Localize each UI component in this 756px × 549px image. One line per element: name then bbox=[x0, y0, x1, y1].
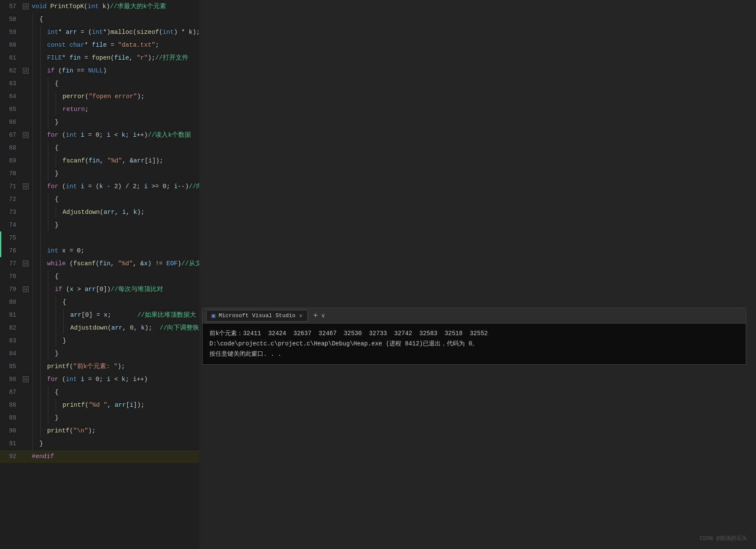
indent-guide bbox=[30, 437, 38, 450]
token-var: arr bbox=[104, 209, 115, 216]
terminal-tab-close[interactable]: ✕ bbox=[299, 312, 302, 319]
token-op: ); bbox=[145, 324, 152, 331]
code-line: 80{ bbox=[0, 296, 199, 309]
indent-guide bbox=[53, 206, 61, 219]
token-op: * bbox=[58, 29, 66, 36]
fold-icon[interactable]: − bbox=[23, 132, 29, 138]
indent-guide bbox=[30, 360, 38, 373]
indent-guide bbox=[53, 399, 61, 411]
indent-guide bbox=[45, 141, 53, 154]
token-op: } bbox=[63, 337, 66, 344]
code-content: { bbox=[61, 296, 199, 309]
line-number: 74 bbox=[0, 219, 21, 231]
gutter bbox=[21, 321, 30, 334]
indent-guide bbox=[45, 334, 53, 347]
chevron-down-icon[interactable]: ∨ bbox=[321, 312, 325, 319]
line-number: 57 bbox=[0, 0, 21, 13]
line-number: 72 bbox=[0, 193, 21, 206]
token-op: } bbox=[55, 222, 59, 228]
terminal-output-line-1: 前k个元素：32411 32424 32637 32467 32530 3273… bbox=[209, 329, 739, 339]
indent-guide bbox=[38, 360, 45, 373]
code-content: while (fscanf(fin, "%d", &x) != EOF)//从文… bbox=[45, 257, 199, 270]
gutter bbox=[21, 154, 30, 167]
indent-guide bbox=[45, 206, 53, 219]
indent-guide bbox=[45, 270, 53, 283]
indent-guide bbox=[45, 90, 53, 103]
indent-guide bbox=[30, 103, 38, 116]
indent-guide bbox=[38, 103, 45, 116]
indent-guide bbox=[53, 154, 61, 167]
gutter bbox=[21, 386, 30, 399]
token-macro: EOF bbox=[167, 260, 178, 267]
token-var: arr bbox=[85, 286, 96, 293]
terminal-tab[interactable]: ▣ Microsoft Visual Studio ✕ bbox=[206, 310, 308, 322]
indent-guide bbox=[61, 321, 69, 334]
gutter bbox=[21, 296, 30, 309]
token-op: , bbox=[129, 54, 136, 61]
fold-icon[interactable]: − bbox=[23, 68, 29, 74]
token-fn: Adjustdown bbox=[63, 209, 100, 216]
token-op: ; bbox=[108, 312, 111, 318]
line-number: 61 bbox=[0, 51, 21, 64]
token-op: { bbox=[55, 389, 59, 396]
indent-guide bbox=[38, 411, 45, 424]
token-var: i bbox=[133, 132, 137, 138]
fold-icon[interactable]: − bbox=[23, 376, 29, 382]
token-op: ); bbox=[137, 93, 144, 100]
token-op: ( bbox=[66, 286, 70, 293]
code-line: 83} bbox=[0, 334, 199, 347]
line-number: 77 bbox=[0, 257, 21, 270]
token-kw: int bbox=[66, 183, 77, 190]
code-line: 65return; bbox=[0, 103, 199, 116]
code-content: { bbox=[53, 193, 199, 206]
code-line: 89} bbox=[0, 411, 199, 424]
fold-icon[interactable]: − bbox=[23, 183, 29, 189]
line-number: 79 bbox=[0, 283, 21, 296]
token-op: ; bbox=[126, 132, 133, 138]
gutter: − bbox=[21, 0, 30, 13]
indent-guide bbox=[45, 193, 53, 206]
line-number: 86 bbox=[0, 373, 21, 386]
gutter: − bbox=[21, 373, 30, 386]
indent-guide bbox=[30, 39, 38, 51]
fold-icon[interactable]: − bbox=[23, 286, 29, 292]
token-kw: int bbox=[66, 132, 77, 138]
code-line: 62−if (fin == NULL) bbox=[0, 64, 199, 77]
indent-guide bbox=[38, 26, 45, 39]
token-op: { bbox=[55, 196, 59, 203]
token-kw: NULL bbox=[88, 67, 103, 74]
token-op: < bbox=[111, 132, 122, 138]
code-line: 84} bbox=[0, 347, 199, 360]
token-op: [0]) bbox=[96, 286, 111, 293]
token-op: ; bbox=[126, 376, 133, 383]
add-tab-button[interactable]: + bbox=[313, 312, 318, 320]
token-var: fin bbox=[62, 67, 73, 74]
gutter bbox=[21, 450, 30, 463]
token-op: ); bbox=[88, 427, 96, 434]
fold-icon[interactable]: − bbox=[23, 261, 29, 267]
indent-guide bbox=[45, 154, 53, 167]
code-line: 61FILE* fin = fopen(file, "r");//打开文件 bbox=[0, 51, 199, 64]
token-op: { bbox=[55, 273, 59, 280]
token-op: , bbox=[100, 157, 107, 164]
token-op: == bbox=[73, 67, 88, 74]
gutter bbox=[21, 193, 30, 206]
line-number: 81 bbox=[0, 309, 21, 321]
code-content bbox=[45, 231, 199, 244]
terminal-output-line-4: 按任意键关闭此窗口. . . bbox=[209, 349, 739, 360]
fold-icon[interactable]: − bbox=[23, 3, 29, 9]
token-fn: fscanf bbox=[73, 260, 96, 267]
code-line: 58{ bbox=[0, 13, 199, 26]
code-line: 68{ bbox=[0, 141, 199, 154]
token-op: = 0; bbox=[84, 132, 107, 138]
token-var: k bbox=[99, 183, 103, 190]
token-op: } bbox=[39, 440, 43, 447]
code-line: 57−void PrintTopK(int k)//求最大的k个元素 bbox=[0, 0, 199, 13]
gutter bbox=[21, 334, 30, 347]
indent-guide bbox=[30, 244, 38, 257]
gutter bbox=[21, 231, 30, 244]
code-content: printf("前k个元素: "); bbox=[45, 360, 199, 373]
token-kw2: for bbox=[47, 183, 62, 190]
token-op: = 0; bbox=[66, 247, 85, 254]
token-op: ( bbox=[69, 260, 73, 267]
